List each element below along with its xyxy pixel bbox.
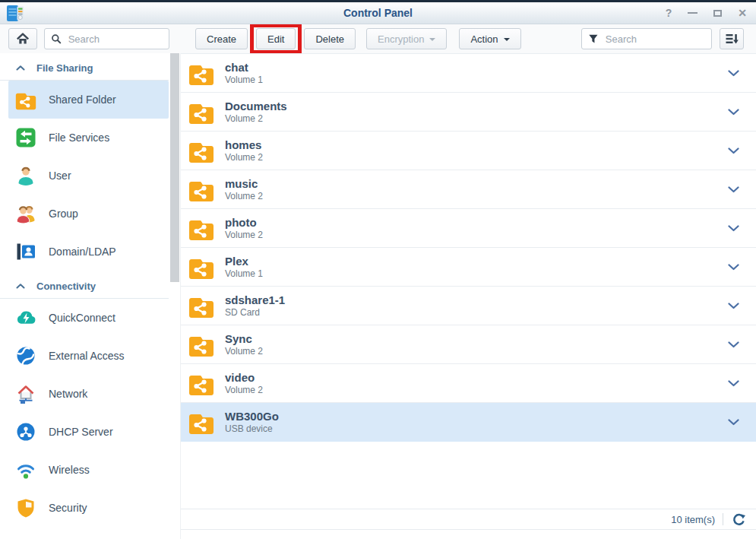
expand-chevron-down-icon[interactable] [728,109,739,116]
folder-row-sync[interactable]: SyncVolume 2 [181,325,756,364]
folder-name: Plex [225,254,728,268]
folder-location: Volume 1 [225,268,728,280]
sidebar-item-label: Domain/LDAP [49,246,116,258]
folder-name: Documents [225,99,728,113]
sidebar-item-network[interactable]: Network [8,375,169,413]
edit-button[interactable]: Edit [256,28,296,49]
dhcp-server-icon [15,421,36,442]
item-count: 10 item(s) [671,514,715,525]
filter-funnel-icon [588,33,599,45]
folder-location: Volume 2 [225,191,728,202]
sidebar: File Sharing Shared Folder [0,53,180,539]
sidebar-item-group[interactable]: Group [8,195,169,233]
external-access-icon [15,345,36,366]
sidebar-item-label: Network [49,388,87,400]
folder-row-documents[interactable]: DocumentsVolume 2 [181,93,756,132]
create-button[interactable]: Create [195,28,248,49]
shared-folder-icon [188,137,214,164]
chevron-down-icon [429,38,435,41]
folder-row-plex[interactable]: PlexVolume 1 [181,248,756,287]
home-button[interactable] [8,28,37,49]
section-header-connectivity[interactable]: Connectivity [0,271,169,299]
expand-chevron-down-icon[interactable] [728,70,739,77]
sidebar-item-external-access[interactable]: External Access [8,337,169,375]
sidebar-item-wireless[interactable]: Wireless [8,451,169,489]
sidebar-item-label: User [49,170,71,182]
control-panel-window: Control Panel ? ✕ [0,0,756,539]
minimize-button[interactable] [688,12,697,14]
folder-row-photo[interactable]: photoVolume 2 [181,209,756,248]
minimize-icon [688,12,697,14]
toolbar-left [0,28,180,49]
sidebar-item-security[interactable]: Security [8,489,169,527]
maximize-button[interactable] [713,10,722,17]
search-icon [51,33,62,45]
sidebar-item-file-services[interactable]: File Services [8,119,169,157]
sidebar-search-input[interactable] [67,33,163,46]
sidebar-item-label: Group [49,208,78,220]
folder-name: WB300Go [225,409,728,423]
chevron-down-icon [504,38,510,41]
footer-divider [723,513,723,525]
folder-name: photo [225,215,728,230]
folder-name: video [225,370,728,385]
folder-row-chat[interactable]: chatVolume 1 [181,54,756,93]
shared-folder-icon [15,88,36,111]
sidebar-item-quickconnect[interactable]: QuickConnect [8,299,169,337]
toolbar: Create Edit Delete Encryption Action [0,24,756,53]
delete-button[interactable]: Delete [304,28,356,49]
refresh-icon [732,513,745,526]
folder-location: Volume 2 [225,152,728,163]
shared-folder-icon [188,59,214,87]
window-controls: ? ✕ [666,2,747,24]
folder-row-homes[interactable]: homesVolume 2 [181,132,756,170]
close-button[interactable]: ✕ [738,8,747,18]
action-button[interactable]: Action [459,28,520,49]
wireless-icon [15,459,36,480]
folder-filter-input[interactable] [604,33,705,46]
expand-chevron-down-icon[interactable] [728,225,739,232]
folder-location: Volume 2 [225,113,728,125]
shared-folder-icon [188,369,214,397]
sidebar-item-label: QuickConnect [49,312,115,324]
section-header-system[interactable]: System [0,527,169,539]
user-icon [15,165,36,186]
list-footer: 10 item(s) [181,509,756,530]
shared-folder-icon [188,214,214,242]
shared-folder-icon [188,408,214,436]
help-button[interactable]: ? [666,8,672,18]
expand-chevron-down-icon[interactable] [728,419,739,426]
quickconnect-icon [15,307,36,328]
folder-row-wb300go[interactable]: WB300GoUSB device [181,403,756,442]
folder-row-video[interactable]: videoVolume 2 [181,364,756,403]
encryption-button: Encryption [366,28,447,49]
shared-folder-icon [188,98,214,125]
folder-name: homes [225,138,728,152]
sidebar-item-dhcp-server[interactable]: DHCP Server [8,413,169,451]
expand-chevron-down-icon[interactable] [728,303,739,309]
folder-row-music[interactable]: musicVolume 2 [181,170,756,209]
sidebar-item-domain-ldap[interactable]: Domain/LDAP [8,233,169,271]
shared-folder-icon [188,253,214,281]
expand-chevron-down-icon[interactable] [728,186,739,193]
expand-chevron-down-icon[interactable] [728,341,739,348]
refresh-button[interactable] [731,512,747,528]
sidebar-scrollbar[interactable] [170,53,179,282]
expand-chevron-down-icon[interactable] [728,147,739,154]
expand-chevron-down-icon[interactable] [728,264,739,271]
folder-location: SD Card [225,307,728,319]
expand-chevron-down-icon[interactable] [728,380,739,387]
toolbar-main: Create Edit Delete Encryption Action [180,24,756,54]
folder-location: USB device [225,423,728,435]
sort-button[interactable] [720,28,744,49]
section-header-file-sharing[interactable]: File Sharing [0,53,169,81]
section-label: Connectivity [36,281,96,292]
sidebar-item-user[interactable]: User [8,157,169,195]
folder-row-sdshare1-1[interactable]: sdshare1-1SD Card [181,287,756,325]
folder-filter-search [581,28,712,49]
action-button-label: Action [470,33,498,45]
sidebar-item-shared-folder[interactable]: Shared Folder [8,81,169,119]
file-services-icon [15,127,36,148]
chevron-up-icon [16,284,25,289]
maximize-icon [713,10,722,17]
